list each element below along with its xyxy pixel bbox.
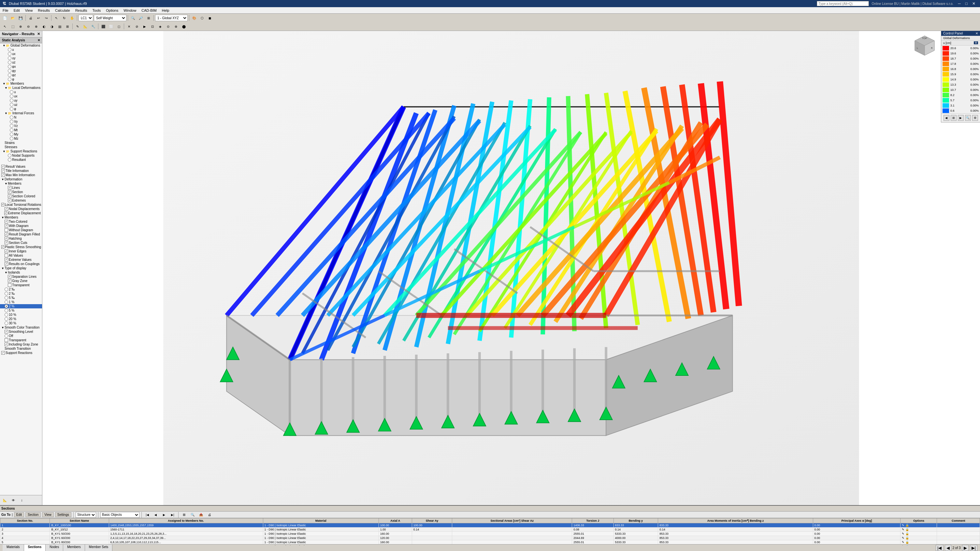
cb-extreme-values[interactable] [5,258,8,262]
radio-2pct2[interactable] [5,292,8,295]
tab-materials[interactable]: Materials [3,545,24,551]
tb-print2[interactable]: 🖨 [206,511,213,518]
minimize-button[interactable]: ─ [956,1,963,6]
cb-local-torsion[interactable] [1,203,4,206]
cell-options[interactable]: ✎ 🔒 [900,532,937,536]
tree-2percent[interactable]: 2 % [0,304,42,308]
tb2-btn16[interactable]: ✕ [126,23,133,30]
tb2-btn12[interactable]: 🔧 [90,23,97,30]
tb2-btn7[interactable]: ◑ [48,23,56,30]
toggle-members-display[interactable]: ▼ [1,216,5,219]
nav-cube[interactable]: TOP L R [912,34,938,60]
basic-objects-select[interactable]: Basic Objects [100,512,140,518]
tb2-btn22[interactable]: ⊛ [172,23,180,30]
tree-title-info[interactable]: Title Information [0,169,42,173]
select-btn[interactable]: ↖ [53,14,60,22]
tree-Vy[interactable]: Vy [0,119,42,124]
edit-btn[interactable]: Edit [14,512,24,517]
menu-results2[interactable]: Results [73,8,90,13]
tree-u[interactable]: u [0,48,42,52]
tb2-btn13[interactable]: ⬛ [100,23,107,30]
radio-My[interactable] [10,133,13,136]
tree-30percent[interactable]: 30 % [0,321,42,326]
radio-30percent[interactable] [5,321,8,325]
toggle-members[interactable]: ▼ [3,82,6,85]
menu-results[interactable]: Results [35,8,52,13]
tree-phiz[interactable]: φz [0,73,42,77]
radio-uy[interactable] [8,56,11,60]
tree-isolands[interactable]: ▼ Isolands [0,270,42,275]
tree-smooth-transition[interactable]: Smooth Transition [0,346,42,351]
undo-btn[interactable]: ↩ [35,14,42,22]
tb-next[interactable]: ▶ [161,511,168,518]
cb-maxmin-info[interactable] [1,173,5,177]
tb-prev[interactable]: ◀ [152,511,159,518]
tree-separation-lines[interactable]: Separation Lines [0,275,42,279]
new-btn[interactable]: 📄 [1,14,8,22]
shade-btn[interactable]: ◼ [206,14,213,22]
cp-next-btn[interactable]: ▶ [958,115,964,121]
tb2-btn23[interactable]: ⬤ [180,23,187,30]
radio-luy[interactable] [10,98,13,102]
tb-search[interactable]: 🔍 [189,511,196,518]
cb-two-colored[interactable] [5,220,8,223]
sidebar-close[interactable]: ✕ [37,32,40,36]
prev-page-btn[interactable]: ◀ [945,545,951,551]
radio-2percent[interactable] [5,305,8,308]
structure-select[interactable]: Structure [76,512,96,518]
radio-Mz[interactable] [10,137,13,140]
tree-lines[interactable]: Lines [0,186,42,190]
cb-nodal-disp[interactable] [5,207,8,211]
tree-internal-forces[interactable]: ▼ 📁 Internal Forces [0,111,42,115]
menu-cadbim[interactable]: CAD-BIM [139,8,159,13]
radio-1percent[interactable] [5,300,8,304]
tree-lu[interactable]: u [0,90,42,94]
cb-title-info[interactable] [1,169,5,173]
menu-view[interactable]: View [22,8,35,13]
cb-incl-gray[interactable] [5,343,8,346]
search-input[interactable] [817,1,869,6]
view-btn[interactable]: View [42,512,54,517]
cb-inner-edges[interactable] [5,249,8,253]
tree-support-reactions[interactable]: ▼ 📁 Support Reactions [0,149,42,153]
toggle-isolands[interactable]: ▼ [5,271,8,274]
tree-results-couplings[interactable]: Results on Couplings [0,262,42,266]
toggle-type-display[interactable]: ▼ [1,267,5,270]
tab-sections[interactable]: Sections [24,545,46,551]
tb2-btn2[interactable]: ⬚ [9,23,16,30]
tb2-btn6[interactable]: ◐ [40,23,48,30]
control-panel-close[interactable]: ✕ [975,32,978,35]
toggle-internal[interactable]: ▼ [5,112,8,115]
table-row[interactable]: 4 B_KY1 60/200 2,4,12,14,17,18,22,23,27,… [0,536,980,540]
tree-luz[interactable]: uz [0,103,42,107]
toggle-smooth-color[interactable]: ▼ [1,326,5,329]
radio-phi[interactable] [8,78,11,81]
menu-options[interactable]: Options [103,8,121,13]
menu-tools[interactable]: Tools [90,8,103,13]
first-page-btn[interactable]: |◀ [936,545,943,551]
tree-global-deformations[interactable]: ▼ 📁 Global Deformations [0,43,42,48]
table-row[interactable]: 5 B_KY1 80/200 6,8,10,105,107,108,110,11… [0,540,980,545]
tb-export[interactable]: 📤 [197,511,205,518]
tree-phi[interactable]: φ [0,77,42,81]
cp-zoom-btn[interactable]: 🔍 [965,115,971,121]
tree-1percent[interactable]: 1 % [0,300,42,304]
tree-maxmin-info[interactable]: Max Min Information [0,173,42,177]
tree-2pct2[interactable]: 2 ‰ [0,291,42,296]
toggle-def-members[interactable]: ▼ [5,182,8,185]
cb-hatching[interactable] [5,237,8,240]
cb-transparent[interactable] [8,283,11,287]
radio-u[interactable] [8,48,11,51]
tree-smooth-transparent[interactable]: Transparent [0,338,42,342]
tb-last[interactable]: ▶| [169,511,176,518]
cb-section-cuts[interactable] [5,241,8,245]
tb-first[interactable]: |◀ [144,511,151,518]
cb-smoothing-level[interactable] [5,330,8,333]
cb-section[interactable] [8,190,11,194]
radio-ux[interactable] [8,52,11,56]
loadcase-select[interactable]: LC1 [78,15,93,21]
toggle-global-def[interactable]: ▼ [3,44,6,47]
cb-smooth-transparent[interactable] [5,338,8,342]
tree-extreme-disp[interactable]: Extreme Displacement [0,211,42,215]
tree-result-filled[interactable]: Result Diagram Filled [0,232,42,237]
